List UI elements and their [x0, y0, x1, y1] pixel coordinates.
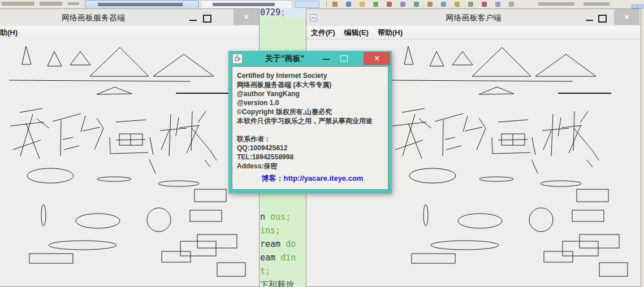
toolbar-divider	[326, 1, 327, 7]
client-window-icon[interactable]	[310, 14, 317, 24]
code-line: t;	[260, 264, 296, 278]
code-selected-line: 0729;	[260, 8, 306, 17]
code-line: eam din	[260, 251, 296, 264]
code-line: ream do	[260, 237, 296, 251]
code-token: ;	[265, 266, 270, 276]
code-token: ins	[260, 225, 275, 236]
background-toolbar-icon[interactable]	[400, 2, 405, 7]
code-token: do	[286, 239, 296, 249]
dialog-text-line: Addess:保密	[237, 162, 388, 171]
dialog-body: Certified by Internet Society网络画板服务器端 (本…	[232, 66, 388, 190]
dialog-maximize-icon[interactable]	[340, 55, 348, 62]
code-lines: n ous;ins;ream doeam dint;下和释放	[260, 210, 296, 287]
server-titlebar[interactable]: 网络画板服务器端 ×	[0, 9, 259, 26]
background-perspective-button[interactable]	[632, 5, 637, 8]
code-token: ;	[275, 225, 280, 236]
dialog-text-line: ©Copyright 版权所有,山寨必究	[237, 107, 388, 116]
dialog-blog-link[interactable]: 博客：http://yacare.iteye.com	[237, 174, 388, 183]
code-line: ins;	[260, 224, 296, 237]
server-drawing	[0, 39, 259, 286]
dialog-text-line: TEL:18942558998	[237, 153, 388, 162]
dialog-text-line: 联系作者：	[237, 134, 388, 144]
menu-item[interactable]: 帮助(H)	[373, 26, 407, 38]
background-toolbar-icon[interactable]	[441, 2, 446, 7]
dialog-text-line: @version 1.0	[237, 98, 388, 107]
code-line: 下和释放	[260, 278, 296, 287]
background-tab-label	[213, 3, 275, 6]
dialog-titlebar[interactable]: 关于"画板" ×	[228, 51, 392, 66]
close-glyph: ×	[374, 54, 379, 63]
dialog-text-line: 网络画板服务器端 (本大爷专属)	[237, 80, 388, 89]
background-text-fragment	[584, 2, 610, 6]
client-menubar[interactable]: 文件(F)编辑(E)帮助(H)	[306, 26, 641, 40]
close-glyph: ×	[624, 12, 629, 21]
minimize-icon[interactable]	[586, 20, 593, 21]
background-toolbar-icon[interactable]	[373, 2, 378, 7]
screen: 0729; n ous;ins;ream doeam dint;下和释放 网络画…	[0, 0, 644, 287]
dialog-text-line: 本软件只供学习娱乐之用，严禁从事商业用途	[237, 116, 388, 125]
maximize-icon[interactable]	[598, 15, 607, 23]
menu-item[interactable]: 编辑(E)	[340, 26, 373, 38]
server-menubar[interactable]: 助(H)	[0, 26, 259, 40]
background-toolbar-icon[interactable]	[360, 2, 365, 7]
dialog-text-line: Certified by Internet Society	[237, 71, 388, 80]
background-text-fragment	[2, 2, 34, 6]
background-editor-tab[interactable]	[85, 0, 199, 8]
server-window-title: 网络画板服务器端	[62, 13, 125, 23]
background-perspective-button[interactable]	[638, 5, 643, 8]
menu-item[interactable]: 文件(F)	[306, 26, 340, 38]
background-toolbar-icon[interactable]	[455, 2, 460, 7]
background-toolbar-icon[interactable]	[495, 2, 500, 7]
code-token: 下和释放	[260, 280, 294, 287]
close-icon[interactable]: ×	[234, 9, 259, 25]
dialog-minimize-icon[interactable]	[323, 59, 330, 60]
background-tab-label	[98, 3, 183, 6]
background-toolbar-icon[interactable]	[414, 2, 419, 7]
code-token: din	[280, 253, 296, 263]
close-glyph: ×	[244, 12, 249, 21]
background-toolbar-icon[interactable]	[468, 2, 473, 7]
background-tab-button[interactable]	[295, 1, 319, 8]
code-token: t	[260, 266, 265, 276]
background-toolbar-icon[interactable]	[332, 2, 338, 7]
background-toolbar-icon[interactable]	[482, 2, 487, 7]
background-editor-tab[interactable]	[201, 0, 292, 8]
client-window-title: 网络画板客户端	[446, 13, 502, 23]
background-text-fragment	[68, 2, 79, 5]
code-token: 0729	[260, 8, 280, 18]
background-toolbar-icon[interactable]	[346, 2, 351, 7]
background-toolbar-icon[interactable]	[427, 2, 433, 7]
background-ide-strip	[0, 0, 644, 8]
close-icon[interactable]: ×	[614, 9, 639, 25]
code-token: n	[260, 212, 270, 222]
server-window: 网络画板服务器端 × 助(H)	[0, 8, 260, 287]
dialog-text-line: QQ:1009425612	[237, 144, 388, 153]
about-dialog: 关于"画板" × Certified by Internet Society网络…	[228, 51, 392, 193]
client-titlebar[interactable]: 网络画板客户端 ×	[306, 9, 641, 26]
background-toolbar-icon[interactable]	[387, 2, 392, 7]
code-token: ;	[280, 8, 286, 18]
background-toolbar-icon[interactable]	[509, 2, 514, 7]
code-token: eam	[260, 253, 280, 263]
menu-item-help[interactable]: 助(H)	[0, 26, 18, 38]
dialog-close-icon[interactable]: ×	[364, 52, 390, 65]
server-canvas[interactable]	[0, 39, 259, 286]
dialog-text-line	[237, 125, 388, 134]
code-token: ous	[270, 212, 286, 222]
dialog-text-line: @author YangKang	[237, 89, 388, 98]
code-token: ream	[260, 239, 286, 249]
background-text-fragment	[538, 2, 574, 6]
minimize-icon[interactable]	[189, 20, 197, 21]
code-line: n ous;	[260, 210, 296, 224]
maximize-icon[interactable]	[203, 15, 211, 23]
background-text-fragment	[40, 2, 62, 6]
code-token: ;	[286, 212, 291, 222]
